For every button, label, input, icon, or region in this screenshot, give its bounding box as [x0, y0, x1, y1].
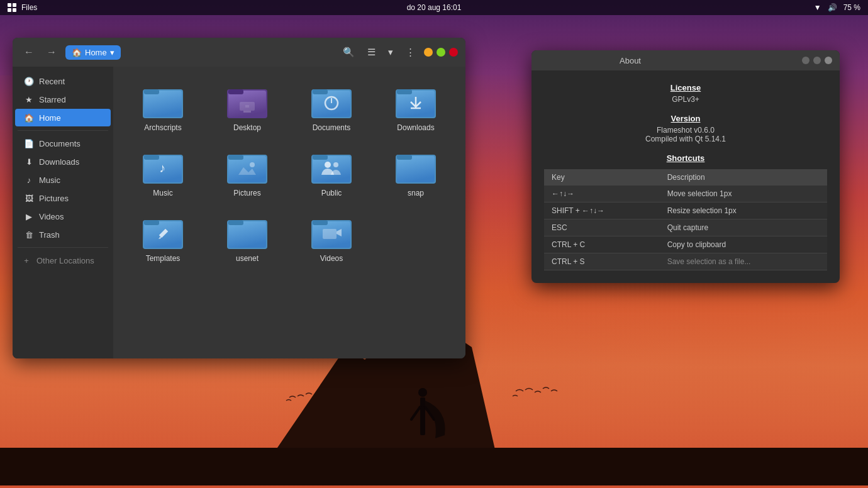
folder-pictures-icon	[227, 150, 267, 184]
sidebar-item-recent[interactable]: 🕐 Recent	[15, 72, 111, 90]
sidebar-label-documents: Documents	[39, 139, 81, 148]
folder-pictures[interactable]: Pictures	[208, 142, 287, 202]
folder-downloads-icon	[396, 84, 436, 118]
search-button[interactable]: 🔍	[339, 44, 359, 60]
folder-snap[interactable]: snap	[376, 142, 455, 202]
folder-pictures-name: Pictures	[233, 189, 260, 197]
folder-desktop[interactable]: Desktop	[208, 77, 287, 137]
svg-rect-21	[397, 89, 412, 94]
about-version-label: Version	[544, 114, 827, 123]
folder-usenet-name: usenet	[236, 254, 259, 263]
shortcut-key-copy: CTRL + C	[544, 236, 660, 253]
folder-public[interactable]: Public	[292, 142, 371, 202]
svg-rect-42	[144, 220, 159, 225]
view-options-button[interactable]: ☰	[364, 44, 379, 60]
network-icon: ▼	[814, 3, 821, 12]
shortcut-row-esc: ESC Quit capture	[544, 219, 827, 236]
home-label: Home	[85, 48, 107, 57]
shortcuts-table: Key Description ←↑↓→ Move selection 1px …	[544, 169, 827, 270]
svg-rect-39	[397, 155, 412, 160]
home-dropdown-icon: ▾	[110, 48, 114, 57]
shortcut-desc-esc: Quit capture	[660, 219, 827, 236]
about-shortcuts-label: Shortcuts	[544, 153, 827, 163]
sidebar-item-documents[interactable]: 📄 Documents	[15, 135, 111, 152]
svg-rect-49	[323, 229, 337, 239]
sidebar-label-home: Home	[39, 113, 61, 123]
home-sidebar-icon: 🏠	[24, 113, 34, 123]
about-win-controls	[802, 57, 832, 64]
svg-rect-10	[228, 89, 243, 94]
battery-level: 75 %	[843, 3, 860, 12]
sidebar-divider-1	[18, 130, 108, 131]
downloads-icon: ⬇	[24, 157, 34, 167]
folder-archscripts[interactable]: Archscripts	[123, 77, 203, 137]
more-options-button[interactable]: ⋮	[402, 44, 419, 60]
system-bar: Files do 20 aug 16:01 ▼ 🔊 75 %	[0, 0, 868, 15]
sidebar-item-other-locations[interactable]: + Other Locations	[13, 252, 113, 269]
svg-rect-34	[313, 155, 328, 160]
about-close-btn[interactable]	[825, 57, 832, 64]
svg-rect-38	[397, 156, 435, 182]
sidebar-label-starred: Starred	[39, 95, 66, 104]
sidebar-divider-2	[18, 247, 108, 248]
sidebar-item-home[interactable]: 🏠 Home	[15, 109, 111, 126]
folder-documents[interactable]: Documents	[292, 77, 371, 137]
home-button[interactable]: 🏠 Home ▾	[65, 45, 121, 60]
svg-rect-16	[313, 89, 328, 94]
about-license-label: License	[544, 83, 827, 92]
sidebar-label-music: Music	[39, 175, 60, 185]
sidebar-item-pictures[interactable]: 🖼 Pictures	[15, 189, 111, 207]
about-license-section: License GPLv3+	[544, 83, 827, 104]
starred-icon: ★	[24, 94, 34, 104]
folder-desktop-name: Desktop	[233, 123, 261, 132]
shortcut-key-move: ←↑↓→	[544, 186, 660, 202]
about-version-compiled: Compiled with Qt 5.14.1	[544, 135, 827, 143]
sidebar-label-trash: Trash	[39, 230, 60, 240]
sidebar-item-starred[interactable]: ★ Starred	[15, 91, 111, 108]
sidebar-item-music[interactable]: ♪ Music	[15, 171, 111, 189]
sidebar-item-videos[interactable]: ▶ Videos	[15, 208, 111, 225]
close-button[interactable]	[449, 48, 458, 57]
system-bar-right: ▼ 🔊 75 %	[814, 3, 860, 12]
volume-icon: 🔊	[828, 3, 837, 12]
pictures-icon: 🖼	[24, 193, 34, 203]
about-title: About	[620, 56, 641, 65]
folder-videos[interactable]: Videos	[292, 208, 371, 268]
sidebar-label-videos: Videos	[39, 212, 64, 221]
sidebar-label-downloads: Downloads	[39, 157, 79, 167]
sidebar-label-other-locations: Other Locations	[36, 256, 94, 265]
maximize-button[interactable]	[437, 48, 445, 57]
about-version-section: Version Flameshot v0.6.0 Compiled with Q…	[544, 114, 827, 143]
folder-archscripts-icon	[143, 84, 183, 118]
folder-downloads[interactable]: Downloads	[376, 77, 455, 137]
shortcut-desc-copy: Copy to clipboard	[660, 236, 827, 253]
about-maximize-btn[interactable]	[813, 57, 821, 64]
shortcut-row-resize: SHIFT + ←↑↓→ Resize selection 1px	[544, 202, 827, 219]
sort-button[interactable]: ▾	[384, 44, 397, 60]
folder-music[interactable]: ♪ Music	[123, 142, 203, 202]
folder-templates[interactable]: Templates	[123, 208, 203, 268]
window-controls	[424, 48, 458, 57]
svg-rect-15	[313, 91, 350, 117]
shortcut-key-save: CTRL + S	[544, 253, 660, 270]
folder-archscripts-name: Archscripts	[144, 123, 181, 132]
folder-snap-name: snap	[408, 189, 424, 197]
svg-rect-44	[228, 221, 266, 248]
app-name: Files	[21, 3, 37, 12]
back-button[interactable]: ←	[20, 44, 38, 60]
folder-usenet[interactable]: usenet	[208, 208, 287, 268]
documents-icon: 📄	[24, 138, 34, 148]
about-body: License GPLv3+ Version Flameshot v0.6.0 …	[531, 70, 840, 283]
svg-rect-26	[144, 155, 159, 160]
sidebar-item-downloads[interactable]: ⬇ Downloads	[15, 153, 111, 170]
home-icon: 🏠	[72, 48, 82, 57]
about-minimize-btn[interactable]	[802, 57, 810, 64]
minimize-button[interactable]	[424, 48, 433, 57]
forward-button[interactable]: →	[43, 44, 60, 60]
folder-grid: Archscripts Desktop	[113, 67, 465, 358]
svg-rect-6	[144, 91, 182, 117]
folder-documents-icon	[311, 84, 352, 118]
sidebar-item-trash[interactable]: 🗑 Trash	[15, 226, 111, 243]
shortcut-desc-save: Save selection as a file...	[660, 253, 827, 270]
app-grid-icon[interactable]	[8, 3, 16, 12]
